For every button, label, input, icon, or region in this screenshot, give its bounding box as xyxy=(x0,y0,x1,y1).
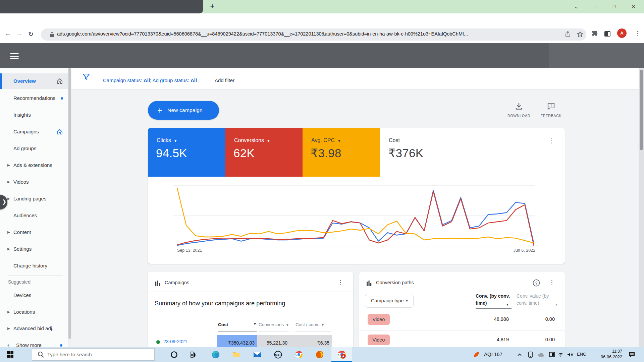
help-circle-icon[interactable]: ? xyxy=(533,279,540,287)
sidebar-item-videos[interactable]: ▶Videos xyxy=(0,174,68,190)
feedback-icon: ! xyxy=(547,102,555,110)
campaign-type-dropdown[interactable]: Campaign type ▼ xyxy=(365,294,414,308)
new-badge-dot xyxy=(60,344,62,347)
bar-chart-icon xyxy=(155,280,161,286)
menu-hamburger-icon[interactable] xyxy=(10,52,19,61)
new-tab-button[interactable]: + xyxy=(207,2,217,11)
tab-search-chevron-icon[interactable]: ⌄ xyxy=(571,2,582,11)
edge-icon[interactable] xyxy=(208,347,223,362)
chrome-active-icon[interactable]: A xyxy=(334,347,349,362)
active-tab[interactable] xyxy=(0,0,203,13)
page-scrollbar-thumb[interactable] xyxy=(640,70,643,150)
sidebar-item-overview[interactable]: Overview xyxy=(0,73,68,89)
chrome-icon[interactable] xyxy=(291,347,306,362)
overview-summary-panel: Clicks▼ 94.5K Conversions▼ 62K Avg. CPC▼… xyxy=(148,128,565,264)
action-center-icon[interactable] xyxy=(625,347,639,362)
panel-menu-icon[interactable]: ⋮ xyxy=(337,279,344,286)
svg-text:DeLL: DeLL xyxy=(275,353,281,356)
sidebar-item-campaigns[interactable]: Campaigns xyxy=(0,124,68,139)
column-underline xyxy=(476,308,512,309)
sidebar-item-change-history[interactable]: Change history xyxy=(0,258,68,274)
dropdown-arrow-icon: ▼ xyxy=(253,322,257,326)
sidebar-item-content[interactable]: ▶Content xyxy=(0,225,68,240)
taskbar-search-placeholder: Type here to search xyxy=(47,352,92,357)
window-restore-button[interactable]: ❐ xyxy=(609,2,620,11)
volume-icon[interactable] xyxy=(566,347,575,362)
network-icon[interactable] xyxy=(556,347,566,362)
forward-button[interactable]: → xyxy=(16,30,22,38)
share-icon[interactable] xyxy=(565,31,571,37)
feedback-button[interactable]: ! FEEDBACK xyxy=(533,102,570,118)
screen: + ⌄ – ❐ ✕ ← → ↻ ads.google.com/aw/overvi… xyxy=(0,0,644,362)
file-explorer-icon[interactable] xyxy=(229,347,244,362)
sidebar-item-advanced-bid-adj[interactable]: ▶Advanced bid adj. xyxy=(0,321,68,336)
dropdown-arrow-icon: ▼ xyxy=(506,303,509,306)
sidebar-item-audiences[interactable]: Audiences xyxy=(0,208,68,223)
conv-value: 4,819 xyxy=(497,337,509,342)
window-minimize-button[interactable]: – xyxy=(590,2,601,11)
back-button[interactable]: ← xyxy=(5,30,11,38)
weather-leaf-icon[interactable] xyxy=(469,347,484,362)
chart-line-clicks xyxy=(177,190,534,246)
aqi-status[interactable]: AQI 167 xyxy=(484,351,502,357)
display-icon[interactable] xyxy=(547,347,557,362)
home-icon xyxy=(56,78,63,84)
column-header-cost-conv[interactable]: Cost / conv.▼ xyxy=(296,322,331,327)
campaign-date-link[interactable]: 23-09-2021 xyxy=(163,339,187,344)
extensions-puzzle-icon[interactable] xyxy=(591,30,598,38)
mail-icon[interactable] xyxy=(250,347,265,362)
sidebar-item-landing-pages[interactable]: ▶Landing pages xyxy=(0,191,68,206)
sidebar-item-locations[interactable]: ▶Locations xyxy=(0,304,68,320)
svg-text:!: ! xyxy=(550,103,552,108)
sidebar-item-settings[interactable]: ▶Settings xyxy=(0,241,68,257)
cortana-icon[interactable] xyxy=(167,347,181,362)
window-close-button[interactable]: ✕ xyxy=(628,2,639,11)
dell-icon[interactable]: DeLL xyxy=(271,347,285,362)
conv-value-amount: 0.00 xyxy=(545,337,555,342)
sidebar-item-insights[interactable]: Insights xyxy=(0,107,68,123)
column-underline xyxy=(259,331,289,332)
filter-status-link[interactable]: Campaign status: All; Ad group status: A… xyxy=(103,77,197,83)
sidebar-scrollbar-thumb[interactable] xyxy=(68,68,71,339)
sidebar-item-devices[interactable]: Devices xyxy=(0,288,68,303)
phone-link-icon[interactable] xyxy=(525,347,535,362)
svg-text:?: ? xyxy=(535,281,538,286)
firefox-icon[interactable] xyxy=(312,347,327,362)
sidebar-item-ad-groups[interactable]: Ad groups xyxy=(0,141,68,156)
start-button[interactable] xyxy=(3,347,17,362)
browser-menu-icon[interactable]: ⋮ xyxy=(634,30,641,37)
clock-date: 06-06-2022 xyxy=(594,354,622,360)
plus-icon: + xyxy=(157,106,162,115)
panel-menu-icon[interactable]: ⋮ xyxy=(549,279,555,286)
taskbar-search-box[interactable]: Type here to search xyxy=(32,348,155,361)
dropdown-arrow-icon: ▼ xyxy=(321,323,324,327)
tray-chevron-icon[interactable] xyxy=(515,347,525,362)
reload-button[interactable]: ↻ xyxy=(28,30,34,38)
profile-avatar[interactable]: A xyxy=(617,28,627,38)
campaigns-summary-title: Summary of how your campaigns are perfor… xyxy=(155,300,285,307)
download-button[interactable]: DOWNLOAD xyxy=(500,102,537,118)
column-underline xyxy=(218,331,257,332)
panel-title: Conversion paths xyxy=(376,280,414,285)
conv-value: 48,988 xyxy=(494,316,509,322)
task-view-icon[interactable] xyxy=(186,347,201,362)
sidebar-suggested-label: Suggested xyxy=(0,275,68,289)
column-header-conversions[interactable]: Conversions▼ xyxy=(259,322,289,327)
filter-funnel-icon[interactable] xyxy=(83,73,90,80)
ads-header: Google Ads All campaigns Search for a ca… xyxy=(0,43,644,68)
add-filter-button[interactable]: Add filter xyxy=(215,77,234,83)
sidebar-item-ads-extensions[interactable]: ▶Ads & extensions xyxy=(0,158,68,173)
home-icon-blue xyxy=(56,128,63,135)
column-header-conv-value[interactable]: Conv. value (by conv. time) xyxy=(517,293,553,307)
language-indicator[interactable]: ENG xyxy=(577,352,586,357)
onedrive-cloud-icon[interactable] xyxy=(536,347,546,362)
side-panel-icon[interactable] xyxy=(604,30,611,38)
chart-line-avg-cpc xyxy=(177,188,534,243)
bookmark-star-icon[interactable] xyxy=(577,31,583,38)
campaign-type-chip: Video xyxy=(368,335,390,345)
svg-text:A: A xyxy=(342,354,344,358)
column-header-cost[interactable]: Cost▼ xyxy=(218,322,257,327)
sidebar-item-recommendations[interactable]: Recommendations xyxy=(0,90,68,106)
new-campaign-button[interactable]: + New campaign xyxy=(148,101,219,120)
taskbar-clock[interactable]: 11:37 06-06-2022 xyxy=(594,349,622,360)
